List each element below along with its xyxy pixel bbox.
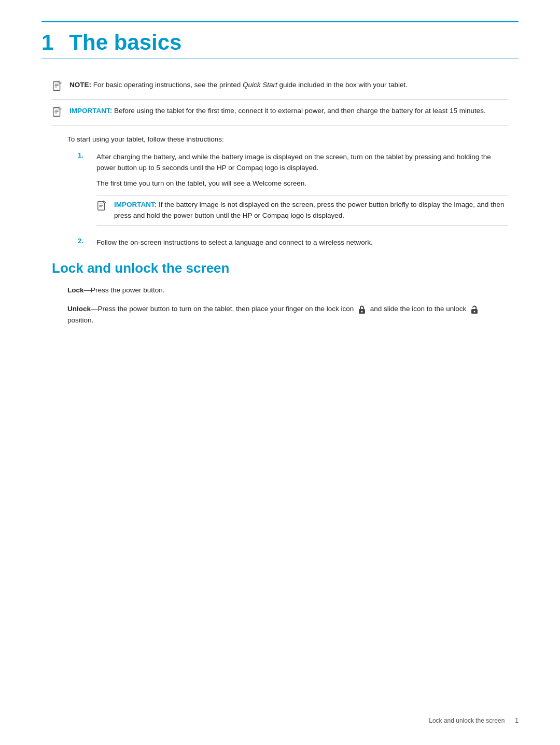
footer-page-number: 1 [515, 717, 519, 724]
numbered-list: 1. After charging the battery, and while… [78, 151, 508, 248]
lock-term: Lock [67, 286, 84, 294]
footer-section-text: Lock and unlock the screen [429, 717, 505, 724]
svg-point-15 [473, 311, 475, 312]
lock-item: Lock—Press the power button. [67, 285, 493, 296]
important-content-2: If the battery image is not displayed on… [114, 201, 504, 219]
step-text-2: Follow the on-screen instructions to sel… [96, 238, 373, 246]
important-icon-1 [52, 106, 64, 119]
note-box-1: NOTE: For basic operating instructions, … [52, 80, 508, 100]
step-text-1: After charging the battery, and while th… [96, 153, 491, 172]
lock-open-icon [469, 304, 480, 315]
lock-closed-icon [357, 304, 367, 315]
first-time-text: The first time you turn on the tablet, y… [96, 178, 508, 189]
important-label-1: IMPORTANT: [69, 107, 112, 115]
list-item: 2. Follow the on-screen instructions to … [78, 237, 508, 248]
note-text-1: NOTE: For basic operating instructions, … [69, 80, 408, 90]
note-label: NOTE: [69, 81, 91, 89]
note-icon [52, 80, 64, 93]
section-heading: Lock and unlock the screen [52, 260, 508, 276]
unlock-term: Unlock [67, 305, 91, 313]
note-content: For basic operating instructions, see th… [93, 81, 408, 89]
page-footer: Lock and unlock the screen 1 [429, 717, 519, 724]
step-content-1: After charging the battery, and while th… [96, 151, 508, 231]
important-label-2: IMPORTANT: [114, 201, 157, 208]
step-number-1: 1. [78, 151, 88, 231]
unlock-item: Unlock—Press the power button to turn on… [67, 303, 493, 326]
important-text-1: IMPORTANT: Before using the tablet for t… [69, 106, 486, 116]
important-icon-2 [96, 200, 109, 213]
important-box-1: IMPORTANT: Before using the tablet for t… [52, 106, 508, 125]
unlock-text: —Press the power button to turn on the t… [67, 305, 481, 324]
list-item: 1. After charging the battery, and while… [78, 151, 508, 231]
lock-content: Lock—Press the power button. Unlock—Pres… [52, 285, 508, 326]
content-area: NOTE: For basic operating instructions, … [41, 80, 519, 326]
lock-text: —Press the power button. [84, 286, 165, 294]
step-number-2: 2. [78, 237, 88, 248]
intro-text: To start using your tablet, follow these… [67, 134, 508, 145]
page-header: 1 The basics [41, 21, 519, 59]
important-text-2: IMPORTANT: If the battery image is not d… [114, 200, 508, 221]
important-box-2: IMPORTANT: If the battery image is not d… [96, 195, 508, 226]
svg-point-13 [361, 311, 363, 312]
important-content-1: Before using the tablet for the first ti… [114, 107, 486, 115]
chapter-title: The basics [69, 32, 181, 53]
chapter-number: 1 [41, 32, 53, 53]
step-content-2: Follow the on-screen instructions to sel… [96, 237, 508, 248]
